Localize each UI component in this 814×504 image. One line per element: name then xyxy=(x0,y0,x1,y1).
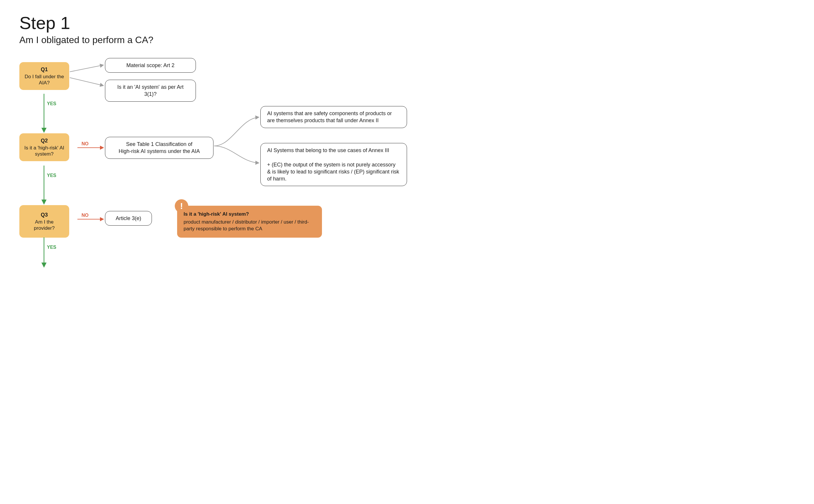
box-see-table1-line2: High-risk AI systems under the AIA xyxy=(118,148,200,154)
q1-yes-label: YES xyxy=(47,101,56,106)
box-annex-iii-line1: AI Systems that belong to the use cases … xyxy=(267,147,389,153)
box-ai-system-def: Is it an 'AI system' as per Art 3(1)? xyxy=(105,80,196,102)
q2-number: Q2 xyxy=(24,137,64,144)
box-annex-ii: AI systems that are safety components of… xyxy=(260,106,407,128)
box-see-table1: See Table 1 Classification of High-risk … xyxy=(105,137,213,159)
q1-text: Do I fall under the AIA? xyxy=(25,74,64,86)
callout-box: Is it a 'high-risk' AI system? product m… xyxy=(177,206,322,238)
flowchart-canvas: Step 1 Am I obligated to perform a CA? Q… xyxy=(0,0,452,280)
q2-text: Is it a 'high-risk' AI system? xyxy=(24,145,64,157)
alert-icon: ! xyxy=(175,199,188,213)
box-annex-iii-line2: + (EC) the output of the system is not p… xyxy=(267,162,399,182)
q3-text: Am I the provider? xyxy=(34,219,55,231)
q2-no-label: NO xyxy=(81,141,89,147)
callout-title: Is it a 'high-risk' AI system? xyxy=(183,211,315,218)
q3-box: Q3 Am I the provider? xyxy=(19,205,69,238)
q2-box: Q2 Is it a 'high-risk' AI system? xyxy=(19,133,69,161)
q3-number: Q3 xyxy=(24,212,64,218)
arrow-table1-annex2 xyxy=(214,117,259,146)
arrow-table1-annex3 xyxy=(214,146,259,163)
callout-body: product manufacturer / distributor / imp… xyxy=(183,219,309,231)
q1-number: Q1 xyxy=(24,66,64,73)
page-subtitle: Am I obligated to perform a CA? xyxy=(19,35,153,45)
box-annex-iii: AI Systems that belong to the use cases … xyxy=(260,143,407,186)
q2-yes-label: YES xyxy=(47,173,56,178)
q3-no-label: NO xyxy=(81,213,89,218)
q1-box: Q1 Do I fall under the AIA? xyxy=(19,62,69,90)
arrow-q1-to-scope xyxy=(70,65,103,72)
box-article-3e: Article 3(e) xyxy=(105,211,152,226)
arrow-q1-to-def xyxy=(70,78,103,86)
page-title: Step 1 xyxy=(19,13,70,33)
box-see-table1-line1: See Table 1 Classification of xyxy=(126,141,192,147)
q3-yes-label: YES xyxy=(47,245,56,250)
box-material-scope: Material scope: Art 2 xyxy=(105,58,196,73)
